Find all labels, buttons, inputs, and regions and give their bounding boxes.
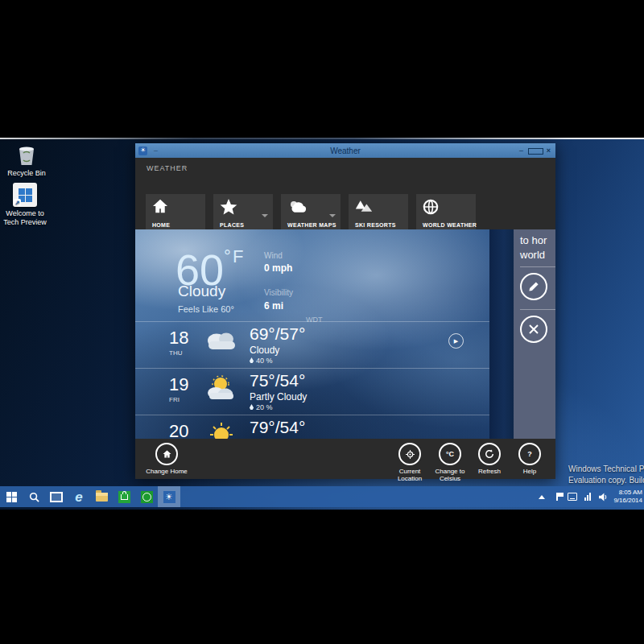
edit-button[interactable]: [520, 273, 547, 300]
nav-weather-maps-button[interactable]: WEATHER MAPS: [281, 194, 341, 232]
touch-keyboard-button[interactable]: [568, 492, 577, 502]
network-icon: [584, 493, 591, 501]
forecast-temps: 69°/57°: [250, 324, 305, 344]
chevron-down-icon: [329, 214, 336, 217]
screen: Recycle Bin ↗ Welcome to Tech Preview Wi…: [0, 0, 644, 644]
help-button[interactable]: ? Help: [515, 443, 544, 475]
clock-time: 8:05 AM: [619, 489, 642, 496]
temperature-unit: °F: [224, 246, 245, 266]
weather-window: ☀ – Weather – × WEATHER HOME: [135, 143, 555, 479]
forecast-weekday: THU: [169, 349, 182, 357]
weather-content: 60°F Cloudy Feels Like 60° Wind 0 mph Vi…: [135, 229, 555, 439]
globe-icon: [423, 199, 439, 215]
nav-label: WORLD WEATHER: [423, 222, 477, 228]
partly-cloudy-icon: [203, 375, 240, 401]
forecast-day: 20: [169, 421, 188, 439]
current-location-icon: [398, 443, 421, 465]
change-home-icon: [155, 443, 178, 465]
file-explorer-button[interactable]: [90, 486, 113, 507]
watermark-line1: Windows Technical Preview: [568, 464, 644, 475]
nav-ski-resorts-button[interactable]: SKI RESORTS: [349, 194, 408, 232]
nav-places-button[interactable]: PLACES: [213, 194, 273, 232]
wind-label: Wind: [264, 251, 283, 260]
search-icon: [29, 492, 39, 502]
sunny-icon: [203, 422, 240, 439]
forecast-weekday: FRI: [169, 396, 180, 403]
welcome-shortcut-icon: ↗: [13, 183, 37, 207]
network-button[interactable]: [583, 492, 592, 502]
xbox-button[interactable]: [135, 486, 158, 507]
weather-sun-icon: ☀: [163, 491, 175, 503]
app-title: WEATHER: [147, 164, 188, 172]
change-to-celsius-button[interactable]: °C Change to Celsius: [431, 443, 469, 482]
forecast-precip: 20 %: [250, 403, 273, 411]
speaker-icon: [599, 493, 608, 502]
nav-world-weather-button[interactable]: WORLD WEATHER: [416, 194, 476, 232]
forecast-row[interactable]: 20 79°/54° Mostly C: [135, 415, 489, 439]
task-view-icon: [50, 492, 63, 502]
current-location-button[interactable]: Current Location: [391, 443, 428, 482]
store-button[interactable]: [113, 486, 135, 507]
nav-label: HOME: [152, 222, 170, 228]
visibility-value: 6 mi: [264, 300, 283, 312]
refresh-button[interactable]: Refresh: [472, 443, 507, 475]
task-view-button[interactable]: [45, 486, 68, 507]
forecast-condition: Partly Cloudy: [250, 391, 307, 402]
windows-logo-icon: [6, 492, 17, 502]
flyout-text-line2: world: [520, 249, 545, 261]
taskbar-clock[interactable]: 8:05 AM 9/16/2014: [613, 489, 642, 505]
volume-button[interactable]: [598, 492, 608, 502]
cloud-photo-background: 60°F Cloudy Feels Like 60° Wind 0 mph Vi…: [135, 229, 489, 439]
forecast-row[interactable]: 18 THU 69°/57° Cloudy 40 % ▶: [135, 321, 489, 368]
forecast-precip: 40 %: [250, 357, 273, 365]
nav-label: WEATHER MAPS: [287, 222, 336, 228]
search-button[interactable]: [23, 486, 45, 507]
forecast-list: 18 THU 69°/57° Cloudy 40 % ▶: [135, 321, 489, 439]
internet-explorer-button[interactable]: e: [68, 486, 90, 507]
flag-icon: [556, 493, 558, 501]
pencil-icon: [528, 281, 539, 292]
folder-icon: [96, 493, 108, 502]
droplet-icon: [250, 357, 254, 363]
chevron-down-icon: [262, 214, 268, 217]
window-titlebar[interactable]: ☀ – Weather – ×: [135, 143, 555, 158]
xbox-icon: [141, 491, 153, 503]
weather-taskbar-button[interactable]: ☀: [158, 486, 180, 507]
flyout-text-line1: to hor: [520, 234, 547, 246]
app-nav-chrome: WEATHER HOME PLACES: [135, 158, 555, 229]
nav-home-button[interactable]: HOME: [146, 194, 205, 232]
play-forecast-button[interactable]: ▶: [448, 333, 464, 349]
desktop-wallpaper: Recycle Bin ↗ Welcome to Tech Preview Wi…: [0, 138, 644, 510]
taskbar: e ☀ 8:05 AM 9/16/2014: [0, 486, 644, 507]
recycle-bin-icon: [16, 142, 37, 167]
nav-label: SKI RESORTS: [355, 222, 396, 228]
desktop-icon-welcome[interactable]: ↗ Welcome to Tech Preview: [0, 183, 50, 227]
desktop-icon-label: Welcome to Tech Preview: [3, 209, 47, 226]
visibility-label: Visibility: [264, 288, 293, 297]
forecast-temps: 75°/54°: [250, 371, 305, 390]
panorama-divider: [489, 229, 514, 439]
show-hidden-icons-button[interactable]: [537, 492, 547, 502]
forecast-condition: Cloudy: [250, 345, 279, 356]
home-icon: [152, 199, 168, 213]
forecast-day: 18: [169, 328, 188, 349]
evaluation-watermark: Windows Technical Preview Evaluation cop…: [568, 464, 644, 486]
watermark-line2: Evaluation copy. Build 9841: [568, 475, 644, 486]
close-x-icon: [529, 324, 539, 334]
cloudy-icon: [203, 328, 240, 353]
change-home-button[interactable]: Change Home: [145, 443, 188, 475]
forecast-day: 19: [169, 374, 188, 395]
current-condition: Cloudy: [178, 283, 225, 300]
desktop-icon-recycle-bin[interactable]: Recycle Bin: [2, 142, 52, 178]
forecast-row[interactable]: 19 FRI 75°/54° Partly Cloudy: [135, 368, 489, 415]
remove-button[interactable]: [520, 316, 547, 343]
wind-value: 0 mph: [264, 262, 292, 274]
shortcut-arrow-icon: ↗: [14, 199, 21, 206]
action-center-button[interactable]: [552, 492, 562, 502]
droplet-icon: [250, 404, 254, 410]
start-button[interactable]: [0, 486, 23, 507]
refresh-icon: [478, 443, 501, 465]
forecast-temps: 79°/54°: [250, 418, 305, 437]
help-icon: ?: [518, 443, 541, 465]
clock-date: 9/16/2014: [613, 497, 642, 504]
